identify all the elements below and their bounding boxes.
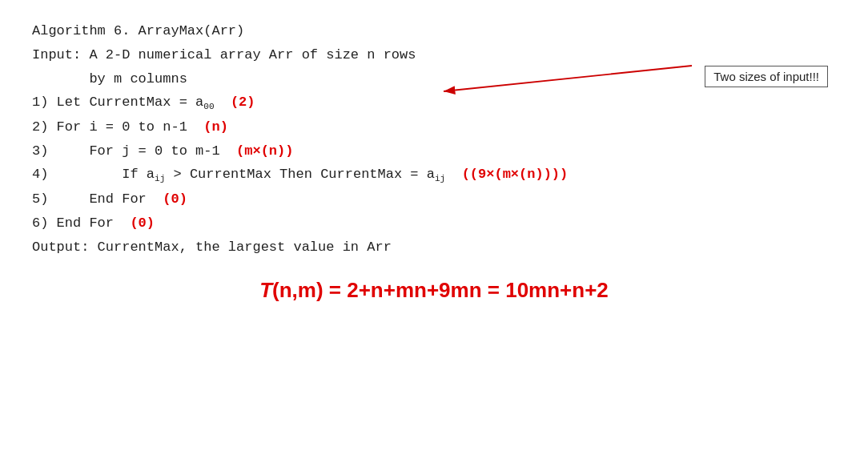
step-3: 3) For j = 0 to m-1 (m×(n)) (32, 139, 836, 163)
step-5: 5) End For (0) (32, 187, 836, 211)
annotation-box: Two sizes of input!!! (705, 66, 828, 87)
algo-title: Algorithm 6. ArrayMax(Arr) (32, 19, 836, 43)
step-6: 6) End For (0) (32, 211, 836, 236)
input-line-1: Input: A 2-D numerical array Arr of size… (32, 43, 836, 67)
algorithm-block: Algorithm 6. ArrayMax(Arr) Input: A 2-D … (32, 19, 836, 259)
step-4: 4) If aij > CurrentMax Then CurrentMax =… (32, 163, 836, 187)
formula-line: T(n,m) = 2+n+mn+9mn = 10mn+n+2 (32, 278, 836, 303)
output-line: Output: CurrentMax, the largest value in… (32, 236, 836, 260)
step-2: 2) For i = 0 to n-1 (n) (32, 115, 836, 139)
step-1: 1) Let CurrentMax = a00 (2) (32, 91, 836, 115)
